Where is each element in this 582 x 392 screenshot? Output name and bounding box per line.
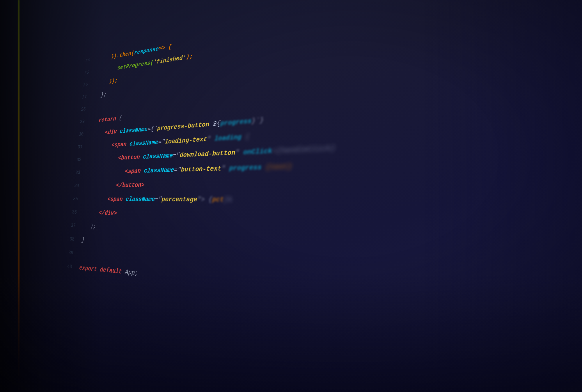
token: }`} (251, 116, 264, 125)
line-num-36: 36 (71, 206, 77, 219)
token: ={` (147, 122, 158, 136)
token: className (122, 192, 155, 207)
token: loading (214, 133, 242, 143)
line-num-32: 32 (76, 153, 82, 166)
token-return: return (98, 112, 117, 127)
line-num-31: 31 (77, 141, 83, 154)
token: =" (174, 162, 181, 177)
token: loading-text (164, 132, 207, 149)
token: className (139, 148, 173, 164)
line-num-29: 29 (79, 116, 85, 128)
line-num-34: 34 (74, 179, 80, 192)
line-num-38: 38 (69, 233, 75, 246)
token-export: export (79, 261, 98, 277)
token: <div (104, 125, 117, 139)
token: onClick (243, 147, 272, 157)
token: ${ (209, 116, 221, 132)
line-num-37: 37 (70, 219, 76, 233)
token: =" (173, 148, 180, 163)
token: } (81, 233, 85, 247)
token: className (116, 123, 148, 138)
token: }); (109, 74, 118, 88)
token: progress (220, 117, 252, 127)
line-num-26: 26 (83, 79, 88, 91)
line-num-33: 33 (75, 166, 81, 179)
token: =" (155, 192, 162, 207)
token: ={handleClick} (272, 144, 336, 155)
token: progress (229, 163, 262, 172)
token: button-text (181, 161, 222, 177)
token: { (205, 196, 212, 204)
token: ( (116, 112, 123, 125)
line-num-30: 30 (78, 128, 84, 141)
line-num-35: 35 (73, 192, 79, 206)
token: className (140, 163, 174, 178)
token: " (207, 135, 215, 143)
token: <button (118, 150, 140, 165)
token: "> (197, 196, 205, 203)
token: }% (224, 196, 232, 204)
line-num-25: 25 (84, 67, 89, 79)
line-num-39: 39 (68, 246, 74, 260)
code-lines: }).then(response => { setProgress('finis… (75, 0, 582, 339)
token: <span (107, 192, 123, 206)
token: " (221, 164, 230, 173)
line-num-27: 27 (81, 91, 87, 104)
code-screenshot: 24 25 26 27 28 29 30 31 32 33 34 35 36 3… (0, 0, 582, 392)
token: " (235, 148, 243, 157)
line-num-28: 28 (81, 103, 86, 116)
token: pct (212, 196, 224, 204)
token: percentage (161, 192, 197, 207)
token: </div> (98, 206, 118, 220)
token: ); (90, 220, 97, 234)
accent-bar (18, 0, 19, 392)
token: {text} (262, 162, 292, 172)
token: =" (158, 135, 166, 149)
line-num-40: 40 (67, 260, 73, 274)
line-num-24: 24 (85, 55, 90, 68)
token: { (241, 133, 249, 141)
token: App; (121, 264, 139, 281)
token: }; (100, 88, 107, 102)
token-default: default (100, 262, 123, 279)
token: => { (158, 40, 172, 55)
token: <span (111, 138, 127, 152)
token: <span (125, 164, 141, 178)
token: download-button (180, 145, 236, 162)
code-content: 24 25 26 27 28 29 30 31 32 33 34 35 36 3… (53, 0, 582, 392)
token: </button> (116, 178, 145, 192)
token: ); (186, 49, 193, 64)
token: className (126, 135, 159, 151)
